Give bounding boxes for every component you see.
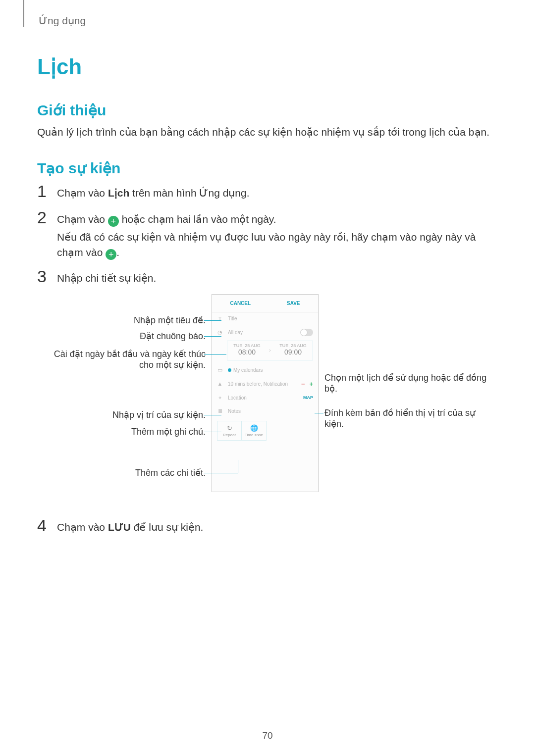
page-number: 70 (0, 730, 535, 741)
phone-header: CANCEL SAVE (212, 295, 318, 312)
end-date[interactable]: TUE, 25 AUG 09:00 (273, 341, 313, 360)
start-time: 08:00 (227, 348, 267, 356)
page-title: Lịch (37, 54, 498, 79)
globe-icon: 🌐 (250, 424, 258, 432)
callout-title: Nhập một tiêu đề. (134, 315, 206, 326)
text: hoặc chạm hai lần vào một ngày. (122, 213, 276, 225)
step-number: 4 (37, 517, 48, 534)
map-link[interactable]: MAP (303, 395, 313, 400)
clock-icon: ◔ (217, 329, 223, 336)
repeat-icon: ↻ (227, 424, 232, 432)
notes-label: Notes (228, 408, 241, 414)
text: trên màn hình Ứng dụng. (129, 187, 249, 199)
plus-icon: + (106, 249, 116, 260)
date-separator: › (267, 341, 273, 360)
bold-text: LƯU (108, 521, 131, 533)
remove-reminder-icon[interactable]: − (301, 380, 305, 388)
steps-list: 1 Chạm vào Lịch trên màn hình Ứng dụng. … (37, 183, 498, 535)
leader-line (238, 460, 238, 473)
text: . (116, 247, 119, 258)
breadcrumb: Ứng dụng (39, 15, 498, 27)
timezone-tab[interactable]: 🌐 Time zone (242, 421, 267, 441)
calendar-icon: ▭ (217, 367, 223, 373)
text: Chạm vào (57, 187, 108, 199)
callout-alarm: Đặt chuông báo. (140, 331, 206, 342)
text: Chạm vào (57, 521, 108, 533)
timezone-label: Time zone (245, 433, 263, 437)
phone-mock: CANCEL SAVE T Title ◔ All day TUE, 25 AU… (212, 294, 319, 492)
text: Nếu đã có các sự kiện và nhiệm vụ được l… (57, 231, 476, 257)
callout-location: Nhập vị trí của sự kiện. (112, 409, 206, 421)
callout-note: Thêm một ghi chú. (131, 426, 206, 438)
calendar-row[interactable]: ▭ My calendars (212, 363, 318, 377)
calendar-color-dot (228, 368, 231, 372)
intro-paragraph: Quản lý lịch trình của bạn bằng cách nhậ… (37, 125, 498, 140)
leader-line (204, 473, 238, 473)
allday-toggle[interactable] (300, 329, 313, 336)
allday-row[interactable]: ◔ All day (212, 325, 318, 340)
leader-line (270, 378, 323, 378)
title-row[interactable]: T Title (212, 312, 318, 325)
cancel-button[interactable]: CANCEL (230, 301, 251, 306)
step-text: Chạm vào Lịch trên màn hình Ứng dụng. (57, 183, 250, 201)
date-label: TUE, 25 AUG (273, 343, 313, 348)
location-label: Location (228, 395, 247, 401)
save-button[interactable]: SAVE (287, 301, 300, 306)
notes-row[interactable]: ≣ Notes (212, 404, 318, 418)
bell-icon: ▲ (217, 381, 223, 387)
extras-row: ↻ Repeat 🌐 Time zone (217, 421, 313, 441)
add-reminder-icon[interactable]: + (309, 380, 313, 388)
step-2: 2 Chạm vào + hoặc chạm hai lần vào một n… (37, 209, 498, 260)
step-text: Nhập chi tiết sự kiện. (57, 268, 156, 286)
plus-icon: + (108, 216, 119, 227)
leader-line (204, 354, 226, 355)
end-time: 09:00 (273, 348, 313, 356)
title-placeholder: Title (228, 316, 237, 321)
allday-label: All day (228, 330, 243, 335)
callout-dates: Cài đặt ngày bắt đầu và ngày kết thúc ch… (37, 349, 206, 371)
leader-line (315, 413, 323, 413)
text-icon: T (217, 316, 223, 322)
callout-calendar: Chọn một lịch để sử dụng hoặc để đồng bộ… (324, 372, 493, 395)
step-number: 1 (37, 183, 48, 200)
callout-detail: Thêm các chi tiết. (135, 467, 206, 479)
calendar-label: My calendars (233, 367, 263, 373)
notes-icon: ≣ (217, 408, 223, 414)
leader-line (204, 432, 221, 432)
event-editor-diagram: CANCEL SAVE T Title ◔ All day TUE, 25 AU… (37, 294, 498, 502)
step-number: 3 (37, 268, 48, 285)
callout-map: Đính kèm bản đồ hiển thị vị trí của sự k… (324, 407, 493, 430)
step-number: 2 (37, 209, 48, 226)
repeat-label: Repeat (223, 433, 236, 437)
start-date[interactable]: TUE, 25 AUG 08:00 (227, 341, 267, 360)
step-text: Chạm vào + hoặc chạm hai lần vào một ngà… (57, 209, 498, 260)
section-intro-heading: Giới thiệu (37, 101, 498, 119)
pin-icon: ⌖ (217, 395, 223, 401)
step-text: Chạm vào LƯU để lưu sự kiện. (57, 517, 203, 535)
text: Chạm vào (57, 213, 108, 225)
leader-line (204, 320, 221, 321)
date-row[interactable]: TUE, 25 AUG 08:00 › TUE, 25 AUG 09:00 (227, 341, 313, 360)
page-content: Ứng dụng Lịch Giới thiệu Quản lý lịch tr… (0, 0, 535, 535)
step-4: 4 Chạm vào LƯU để lưu sự kiện. (37, 517, 498, 535)
leader-line (204, 336, 221, 337)
section-create-heading: Tạo sự kiện (37, 159, 498, 177)
repeat-tab[interactable]: ↻ Repeat (217, 421, 242, 441)
step-1: 1 Chạm vào Lịch trên màn hình Ứng dụng. (37, 183, 498, 201)
reminder-label: 10 mins before, Notification (228, 381, 288, 387)
bold-text: Lịch (108, 187, 129, 199)
step-3: 3 Nhập chi tiết sự kiện. (37, 268, 498, 286)
location-row[interactable]: ⌖ Location MAP (212, 391, 318, 404)
date-label: TUE, 25 AUG (227, 343, 267, 348)
reminder-row[interactable]: ▲ 10 mins before, Notification − + (212, 377, 318, 391)
leader-line (204, 415, 221, 415)
text: để lưu sự kiện. (131, 521, 204, 533)
